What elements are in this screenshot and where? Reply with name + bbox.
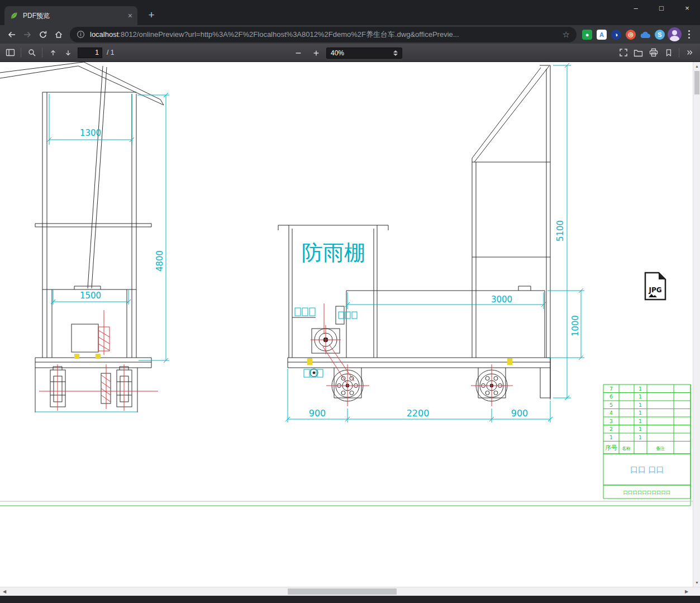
row-number: 7 [609,386,613,392]
dim-body-length: 3000 [491,295,512,305]
extension-icon-translate[interactable]: A [594,27,609,42]
sidebar-toggle-icon[interactable] [3,45,18,60]
browser-toolbar: localhost:8012/onlinePreview?url=http%3A… [0,25,700,44]
front-elevation-view [0,62,164,412]
row-qty: 1 [639,402,642,408]
avatar [668,27,682,41]
tab-favicon-leaf-icon [9,11,18,20]
row-qty: 1 [639,434,642,440]
search-icon[interactable] [24,45,39,60]
jpg-label: JPG [648,286,661,294]
side-elevation-view [278,65,550,401]
row-number: 1 [609,434,613,440]
browser-window: PDF预览 × + – □ × localhost:8012/onlin [0,0,700,603]
title-block-table: 7 6 5 4 3 2 1 1 1 1 1 1 1 1 序号 名称 备注 [0,384,693,506]
page-number-input[interactable] [78,48,102,58]
vertical-scrollbar[interactable]: ▲ ▼ [693,62,700,587]
print-icon[interactable] [646,45,661,60]
row-qty: 1 [639,393,642,400]
horizontal-scroll-thumb[interactable] [288,588,397,595]
dim-front-height: 4800 [155,250,165,272]
next-page-icon[interactable] [60,45,75,60]
header-remark: 备注 [656,446,665,451]
url-host: localhost [90,30,118,39]
minimize-button[interactable]: – [623,0,649,17]
rain-shelter-label: 防雨棚 [302,240,365,265]
centerlines [39,303,513,411]
reload-button[interactable] [35,27,51,42]
row-number: 4 [609,410,613,416]
dim-front-width-top: 1300 [80,128,101,138]
tab-title: PDF预览 [23,11,123,21]
window-bottom-edge [0,596,700,603]
url-text: localhost:8012/onlinePreview?url=http%3A… [90,30,558,40]
dim-side-height: 5100 [555,220,565,241]
home-button[interactable] [51,27,66,42]
select-spinner-icon [393,50,398,56]
title-block-drawing-title: 口口 口口 [630,465,664,474]
row-qty: 1 [639,426,642,432]
scroll-up-icon[interactable]: ▲ [693,64,700,68]
page-count-label: / 1 [107,49,114,56]
site-info-icon[interactable] [77,30,85,39]
zoom-level-value: 40% [331,49,344,57]
scroll-down-icon[interactable]: ▼ [693,581,700,585]
profile-avatar[interactable] [667,27,682,42]
vertical-scroll-thumb[interactable] [694,71,699,94]
browser-menu-icon[interactable] [682,27,696,42]
zoom-level-select[interactable]: 40% [326,48,402,59]
extension-icon-4[interactable]: S [653,27,667,42]
title-block-footer: 口口口口口口口口口口 [623,490,671,495]
highlight-pads [74,354,512,365]
horizontal-scrollbar[interactable]: ◀ ▶ [0,587,700,596]
extension-icon-cloud[interactable] [638,27,653,42]
row-qty: 1 [639,386,642,392]
row-number: 5 [609,402,613,408]
header-index: 序号 [605,444,617,452]
bookmark-icon[interactable] [661,45,676,60]
dim-body-height: 1000 [570,315,580,336]
pdf-toolbar-right [616,45,697,60]
row-number: 2 [609,426,613,432]
scroll-right-icon[interactable]: ▶ [682,587,691,596]
dim-span-right: 900 [511,408,528,419]
bookmark-star-icon[interactable]: ☆ [563,30,570,40]
pdf-page: 1300 4800 1500 5100 3000 1000 900 2200 9… [0,62,700,587]
cad-drawing: 1300 4800 1500 5100 3000 1000 900 2200 9… [0,62,693,587]
dim-span-mid: 2200 [407,408,430,419]
row-qty: 1 [639,410,642,416]
zoom-controls: 40% [291,44,402,62]
extension-icon-2[interactable]: ◑ [609,27,623,42]
row-number: 3 [609,418,613,424]
address-bar[interactable]: localhost:8012/onlinePreview?url=http%3A… [70,27,577,42]
zoom-in-icon[interactable] [308,46,323,60]
new-tab-button[interactable]: + [144,8,159,22]
dim-span-left: 900 [309,408,326,419]
window-controls: – □ × [623,0,700,17]
zoom-out-icon[interactable] [291,46,306,60]
tab-close-icon[interactable]: × [128,12,132,20]
browser-tab[interactable]: PDF预览 × [4,6,137,25]
open-file-icon[interactable] [631,45,646,60]
extension-icon-1[interactable]: ● [580,27,594,42]
row-qty: 1 [639,418,642,424]
row-number: 6 [609,393,613,400]
forward-button[interactable] [20,27,35,42]
more-tools-icon[interactable] [682,45,697,60]
extension-icon-3[interactable]: ◎ [623,27,638,42]
titlebar: PDF预览 × + – □ × [0,0,700,25]
maximize-button[interactable]: □ [649,0,674,17]
scrollbar-corner [693,587,700,596]
scroll-left-icon[interactable]: ◀ [0,587,9,596]
previous-page-icon[interactable] [45,45,60,60]
pdf-toolbar: / 1 40% [0,44,700,62]
jpg-image-placeholder-icon: JPG [645,273,665,300]
url-path: :8012/onlinePreview?url=http%3A%2F%2Floc… [118,30,459,39]
presentation-mode-icon[interactable] [616,45,631,60]
back-button[interactable] [4,27,20,42]
header-name: 名称 [622,446,631,451]
close-button[interactable]: × [674,0,700,17]
dim-front-width-mid: 1500 [80,291,101,301]
